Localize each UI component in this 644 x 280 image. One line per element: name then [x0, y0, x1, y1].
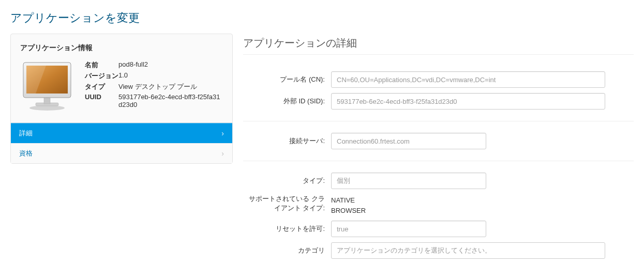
spec-value-uuid: 593177eb-6e2c-4ecd-bff3-f25fa31d23d0	[118, 93, 223, 108]
label-external-id: 外部 ID (SID):	[243, 97, 331, 106]
spec-label-type: タイプ	[85, 82, 118, 91]
info-panel-title: アプリケーション情報	[20, 43, 223, 53]
label-type: タイプ:	[243, 176, 331, 185]
label-allow-reset: リセットを許可:	[243, 224, 331, 234]
client-type-browser: BROWSER	[331, 206, 366, 216]
select-category[interactable]: アプリケーションのカテゴリを選択してください。	[331, 242, 605, 259]
section-title-details: アプリケーションの詳細	[243, 36, 634, 55]
svg-point-0	[29, 105, 65, 111]
nav-item-entitlements-label: 資格	[19, 149, 33, 158]
spec-value-version: 1.0	[118, 71, 223, 81]
spec-label-name: 名前	[85, 60, 118, 70]
select-category-placeholder: アプリケーションのカテゴリを選択してください。	[337, 246, 491, 255]
nav-item-details-label: 詳細	[19, 129, 33, 138]
label-category: カテゴリ	[243, 246, 331, 255]
chevron-right-icon: ›	[221, 129, 224, 137]
page-title: アプリケーションを変更	[10, 10, 634, 26]
chevron-right-icon: ›	[221, 149, 224, 158]
input-pool-cn[interactable]	[331, 71, 605, 88]
input-external-id[interactable]	[331, 93, 605, 110]
spec-label-version: バージョン	[85, 71, 118, 81]
spec-value-name: pod8-full2	[118, 60, 223, 70]
label-connection-server: 接続サーバ:	[243, 136, 331, 146]
spec-label-uuid: UUID	[85, 93, 118, 108]
label-pool-cn: プール名 (CN):	[243, 75, 331, 84]
monitor-icon	[20, 60, 74, 112]
spec-value-type: View デスクトップ プール	[118, 82, 223, 91]
nav-item-entitlements[interactable]: 資格 ›	[11, 143, 232, 163]
nav-item-details[interactable]: 詳細 ›	[11, 123, 232, 143]
client-type-native: NATIVE	[331, 195, 366, 206]
input-allow-reset[interactable]	[331, 221, 486, 237]
input-type[interactable]	[331, 173, 486, 189]
app-info-panel: アプリケーション情報	[10, 34, 233, 164]
label-supported-client-type: サポートされている クライアント タイプ:	[243, 194, 331, 213]
value-supported-client-type: NATIVE BROWSER	[331, 194, 366, 215]
input-connection-server[interactable]	[331, 133, 486, 149]
